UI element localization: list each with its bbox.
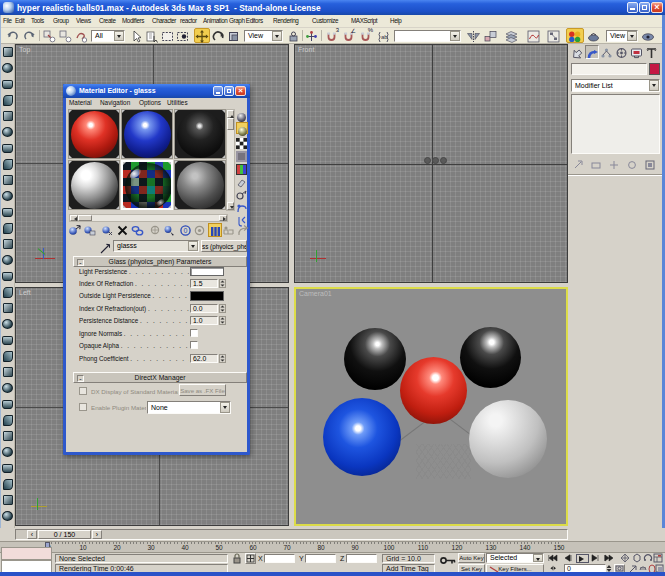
svg-text:ab: ab — [381, 34, 388, 40]
svg-text:0: 0 — [184, 227, 188, 234]
